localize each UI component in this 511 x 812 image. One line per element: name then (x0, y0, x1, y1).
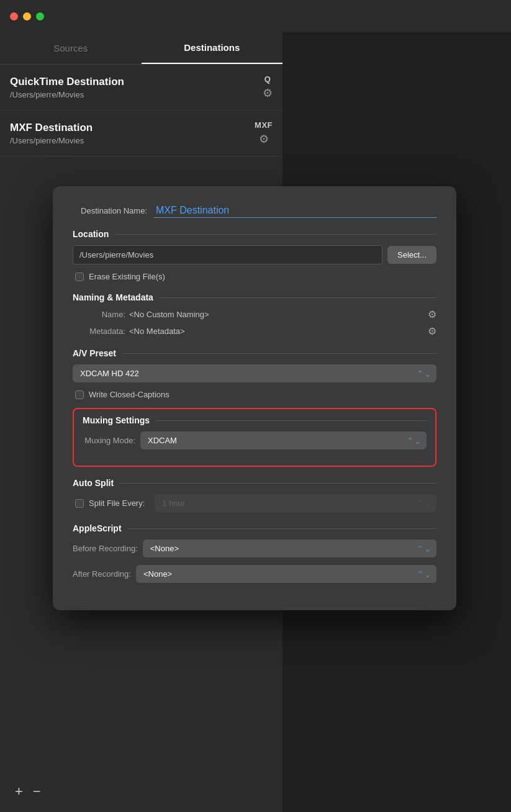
remove-destination-button[interactable]: − (28, 783, 46, 800)
split-file-label: Split File Every: (89, 498, 145, 508)
after-recording-row: After Recording: <None> ⌃⌄ (73, 565, 436, 583)
captions-checkbox[interactable] (75, 390, 84, 399)
tab-sources[interactable]: Sources (0, 32, 142, 64)
before-recording-dropdown-wrapper: <None> ⌃⌄ (143, 539, 436, 557)
before-recording-row: Before Recording: <None> ⌃⌄ (73, 539, 436, 557)
after-recording-dropdown-wrapper: <None> ⌃⌄ (136, 565, 436, 583)
captions-label: Write Closed-Captions (89, 390, 170, 399)
name-value: <No Custom Naming> (129, 310, 424, 319)
add-destination-button[interactable]: + (10, 783, 28, 800)
before-recording-label: Before Recording: (73, 544, 138, 553)
destination-mxf[interactable]: MXF Destination /Users/pierre/Movies MXF… (0, 111, 283, 156)
destination-quicktime[interactable]: QuickTime Destination /Users/pierre/Movi… (0, 65, 283, 111)
metadata-value: <No Metadata> (129, 327, 424, 336)
muxing-mode-dropdown-wrapper: XDCAM ⌃⌄ (140, 431, 427, 449)
location-row: /Users/pierre/Movies Select... (73, 245, 436, 264)
muxing-mode-row: Muxing Mode: XDCAM ⌃⌄ (83, 431, 427, 449)
name-gear-icon[interactable]: ⚙ (428, 309, 436, 320)
destination-name-label: Destination Name: (73, 206, 153, 215)
dest-mxf-path: /Users/pierre/Movies (10, 136, 255, 145)
maximize-button[interactable] (36, 12, 44, 20)
naming-section-header: Naming & Metadata (73, 292, 436, 302)
metadata-gear-icon[interactable]: ⚙ (428, 325, 436, 337)
destination-name-input[interactable] (153, 204, 436, 218)
av-preset-dropdown[interactable]: XDCAM HD 422 (73, 364, 436, 382)
quicktime-gear-icon[interactable]: ⚙ (263, 86, 273, 100)
settings-panel: Destination Name: Location /Users/pierre… (53, 186, 456, 610)
mxf-type-icon: MXF (255, 120, 273, 130)
erase-checkbox[interactable] (75, 273, 84, 281)
av-preset-section-header: A/V Preset (73, 348, 436, 358)
metadata-label: Metadata: (73, 327, 125, 336)
muxing-settings-section: Muxing Settings Muxing Mode: XDCAM ⌃⌄ (73, 408, 436, 467)
name-label: Name: (73, 310, 125, 319)
split-file-row: Split File Every: 1 hour ⌃⌄ (73, 494, 436, 512)
split-file-dropdown-wrapper: 1 hour ⌃⌄ (155, 494, 436, 512)
before-recording-dropdown[interactable]: <None> (143, 539, 436, 557)
after-recording-dropdown[interactable]: <None> (136, 565, 436, 583)
quicktime-type-icon: Q (265, 74, 271, 84)
auto-split-section-header: Auto Split (73, 478, 436, 488)
dest-quicktime-name: QuickTime Destination (10, 76, 263, 88)
muxing-mode-label: Muxing Mode: (83, 436, 135, 445)
bottom-bar: + − (0, 783, 283, 800)
destination-name-row: Destination Name: (73, 204, 436, 218)
dest-quicktime-path: /Users/pierre/Movies (10, 90, 263, 99)
minimize-button[interactable] (23, 12, 31, 20)
split-file-checkbox[interactable] (75, 499, 84, 508)
location-section-header: Location (73, 229, 436, 239)
titlebar (0, 0, 511, 32)
av-preset-dropdown-wrapper: XDCAM HD 422 ⌃⌄ (73, 364, 436, 382)
captions-checkbox-row: Write Closed-Captions (73, 390, 436, 399)
mxf-gear-icon[interactable]: ⚙ (259, 132, 269, 146)
location-path: /Users/pierre/Movies (73, 245, 382, 264)
av-preset-row: XDCAM HD 422 ⌃⌄ (73, 364, 436, 382)
erase-checkbox-row: Erase Existing File(s) (73, 272, 436, 281)
metadata-row: Metadata: <No Metadata> ⚙ (73, 325, 436, 337)
erase-label: Erase Existing File(s) (89, 272, 165, 281)
muxing-section-header: Muxing Settings (83, 415, 427, 425)
close-button[interactable] (10, 12, 18, 20)
split-file-dropdown[interactable]: 1 hour (155, 494, 436, 512)
tabs: Sources Destinations (0, 32, 283, 65)
select-button[interactable]: Select... (387, 246, 436, 264)
applescript-section-header: AppleScript (73, 523, 436, 533)
name-row: Name: <No Custom Naming> ⚙ (73, 309, 436, 320)
dest-mxf-name: MXF Destination (10, 122, 255, 134)
after-recording-label: After Recording: (73, 569, 131, 579)
tab-destinations[interactable]: Destinations (142, 32, 283, 64)
muxing-mode-dropdown[interactable]: XDCAM (140, 431, 427, 449)
